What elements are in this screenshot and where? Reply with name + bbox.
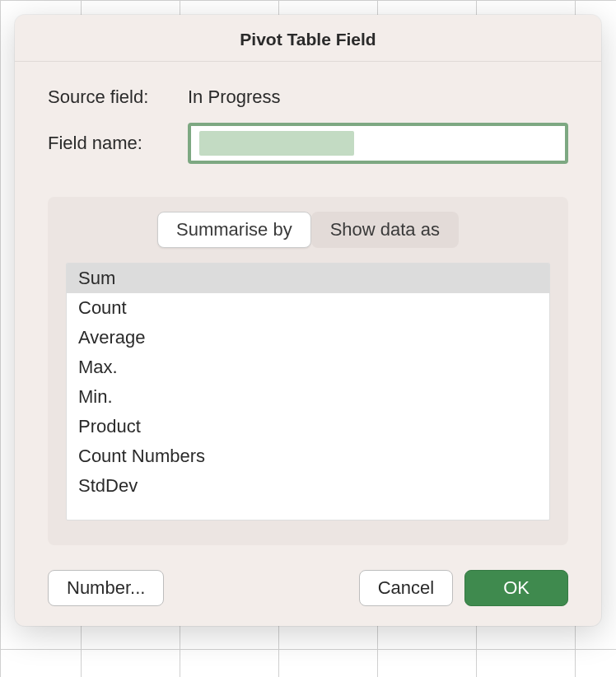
cancel-button[interactable]: Cancel <box>359 570 453 606</box>
summarise-panel: Summarise by Show data as Sum Count Aver… <box>48 197 568 545</box>
tab-summarise-by[interactable]: Summarise by <box>157 212 311 248</box>
list-item[interactable]: Count Numbers <box>67 441 549 471</box>
pivot-field-dialog: Pivot Table Field Source field: In Progr… <box>15 15 601 626</box>
ok-button[interactable]: OK <box>464 570 568 606</box>
list-item[interactable]: Product <box>67 412 549 441</box>
field-name-input[interactable] <box>193 128 563 159</box>
number-format-button[interactable]: Number... <box>48 570 164 606</box>
dialog-title: Pivot Table Field <box>240 30 376 49</box>
list-item[interactable]: StdDev <box>67 471 549 501</box>
tab-show-data-as[interactable]: Show data as <box>311 212 459 248</box>
list-item[interactable]: Average <box>67 323 549 353</box>
dialog-title-bar: Pivot Table Field <box>15 15 601 62</box>
field-name-input-wrap[interactable]: Sum of In Progress <box>188 123 568 164</box>
field-name-label: Field name: <box>48 133 188 154</box>
aggregation-listbox[interactable]: Sum Count Average Max. Min. Product Coun… <box>66 263 550 521</box>
list-item[interactable]: Count <box>67 293 549 323</box>
dialog-content: Source field: In Progress Field name: Su… <box>15 62 601 562</box>
list-item[interactable]: Max. <box>67 353 549 382</box>
dialog-footer: Number... Cancel OK <box>15 562 601 626</box>
tab-strip: Summarise by Show data as <box>66 212 550 248</box>
source-field-row: Source field: In Progress <box>48 86 568 108</box>
list-item[interactable]: Sum <box>67 264 549 293</box>
field-name-row: Field name: Sum of In Progress <box>48 123 568 164</box>
source-field-value: In Progress <box>188 86 281 108</box>
source-field-label: Source field: <box>48 86 188 108</box>
list-item[interactable]: Min. <box>67 382 549 412</box>
